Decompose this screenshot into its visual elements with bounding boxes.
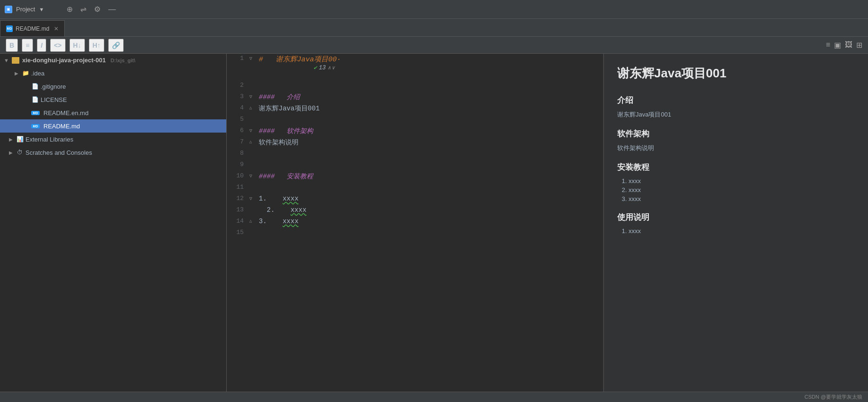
underline-xxxx-2: xxxx: [290, 206, 306, 214]
code-line-3: 3 ▽ #### 介绍: [227, 92, 603, 103]
code-button[interactable]: <>: [50, 39, 65, 52]
scratches-arrow[interactable]: ▶: [8, 150, 14, 155]
sidebar-item-readme[interactable]: MD README.md: [0, 119, 226, 133]
line-arrow-10[interactable]: ▽: [249, 171, 257, 179]
project-dropdown-arrow[interactable]: ▼: [39, 7, 44, 12]
ext-libs-icon: 📊: [16, 136, 24, 142]
readme-en-md-icon: MD: [31, 111, 40, 115]
code-line-4: 4 △ 谢东辉Java项目001: [227, 103, 603, 115]
tab-readme-md[interactable]: MD README.md ✕: [0, 20, 65, 36]
code-line-8: 8: [227, 149, 603, 160]
sidebar-item-gitignore[interactable]: 📄 .gitignore: [0, 80, 226, 93]
line-arrow-4[interactable]: △: [249, 103, 257, 110]
bold-button[interactable]: B: [6, 39, 18, 52]
status-text: CSDN @要学就学灰太狼: [805, 394, 862, 401]
preview-section-h4-2: 安装教程: [617, 162, 855, 173]
line-arrow-2: [249, 81, 257, 83]
strikethrough-button[interactable]: ≡: [22, 39, 33, 52]
title-bar: ▣ Project ▼ ⊕ ⇌ ⚙ —: [0, 0, 868, 19]
license-icon: 📄: [31, 96, 39, 103]
line-arrow-3[interactable]: ▽: [249, 92, 257, 100]
view-grid-icon[interactable]: ⊞: [856, 41, 862, 50]
tab-close-button[interactable]: ✕: [54, 25, 59, 32]
split-icon[interactable]: ⇌: [80, 5, 86, 14]
preview-section-h4-0: 介绍: [617, 95, 855, 106]
line-num-12: 12: [227, 194, 249, 202]
line-arrow-15: [249, 228, 257, 230]
preview-section-h4-3: 使用说明: [617, 212, 855, 223]
root-path: D:\xjs_git\: [111, 58, 136, 63]
sidebar-item-external-libs[interactable]: ▶ 📊 External Libraries: [0, 133, 226, 146]
line-num-11: 11: [227, 183, 249, 191]
line-content-8: [257, 149, 603, 151]
line-num-5: 5: [227, 115, 249, 123]
title-bar-left: ▣ Project ▼ ⊕ ⇌ ⚙ —: [5, 5, 116, 14]
minimize-icon[interactable]: —: [108, 5, 116, 14]
toolbar-right: ≡ ▣ 🖼 ⊞: [826, 41, 862, 50]
code-line-1: 1 ▽ # 谢东辉Java项目00· ✔ 13 ∧ ∨: [227, 54, 603, 81]
line-content-15: [257, 228, 603, 230]
h-down-button[interactable]: H↓: [69, 39, 85, 52]
badge-up-arrow[interactable]: ∧: [328, 65, 331, 71]
line-content-11: [257, 183, 603, 184]
badge-down-arrow[interactable]: ∨: [332, 65, 335, 71]
settings-icon[interactable]: ⚙: [94, 5, 101, 14]
main-content: ▼ xie-donghui-java-project-001 D:\xjs_gi…: [0, 54, 868, 392]
line-arrow-5: [249, 115, 257, 117]
ext-libs-arrow[interactable]: ▶: [8, 137, 14, 142]
code-line-6: 6 ▽ #### 软件架构: [227, 126, 603, 137]
underline-xxxx-1: xxxx: [282, 195, 298, 202]
italic-button[interactable]: I: [37, 39, 46, 52]
line-content-3: #### 介绍: [257, 92, 603, 102]
preview-install-item-1: xxxx: [629, 177, 855, 184]
view-list-icon[interactable]: ≡: [826, 41, 830, 50]
view-preview-icon[interactable]: 🖼: [845, 41, 852, 50]
line-arrow-12[interactable]: ▽: [249, 194, 257, 201]
license-label: LICENSE: [41, 96, 222, 103]
line-arrow-1[interactable]: ▽: [249, 54, 257, 61]
badge-1: ✔ 13 ∧ ∨: [314, 64, 335, 71]
sidebar-item-scratches[interactable]: ▶ ⏱ Scratches and Consoles: [0, 146, 226, 159]
line-num-1: 1: [227, 54, 249, 62]
idea-expand-arrow[interactable]: ▶: [13, 71, 20, 76]
sidebar-root: ▼ xie-donghui-java-project-001 D:\xjs_gi…: [0, 54, 226, 67]
line-num-14: 14: [227, 217, 249, 225]
readme-en-label: README.en.md: [43, 109, 222, 117]
line-arrow-7[interactable]: △: [249, 137, 257, 144]
scratches-label: Scratches and Consoles: [26, 149, 222, 156]
h-up-button[interactable]: H↑: [89, 39, 104, 52]
view-split-icon[interactable]: ▣: [834, 41, 841, 50]
preview-usage-list: xxxx: [617, 227, 855, 234]
editor-area: 1 ▽ # 谢东辉Java项目00· ✔ 13 ∧ ∨: [227, 54, 868, 392]
code-line-13: 13 2. xxxx: [227, 205, 603, 217]
code-line-12: 12 ▽ 1. xxxx: [227, 194, 603, 205]
line-num-6: 6: [227, 126, 249, 134]
code-line-2: 2: [227, 81, 603, 92]
line-arrow-14[interactable]: △: [249, 217, 257, 224]
preview-install-list: xxxx xxxx xxxx: [617, 177, 855, 202]
code-line-7: 7 △ 软件架构说明: [227, 137, 603, 149]
line-num-2: 2: [227, 81, 249, 89]
badge-count: 13: [319, 65, 325, 71]
code-editor[interactable]: 1 ▽ # 谢东辉Java项目00· ✔ 13 ∧ ∨: [227, 54, 604, 392]
line-num-10: 10: [227, 171, 249, 179]
sidebar-item-idea[interactable]: ▶ 📁 .idea: [0, 67, 226, 80]
title-bar-icons: ⊕ ⇌ ⚙ —: [67, 5, 116, 14]
scratches-icon: ⏱: [16, 149, 24, 156]
underline-xxxx-3: xxxx: [282, 218, 298, 225]
line-arrow-8: [249, 149, 257, 151]
project-icon: ▣: [5, 6, 12, 13]
line-arrow-6[interactable]: ▽: [249, 126, 257, 134]
sidebar-item-readme-en[interactable]: MD README.en.md: [0, 106, 226, 119]
root-expand-arrow[interactable]: ▼: [4, 58, 9, 63]
line-num-4: 4: [227, 103, 249, 111]
add-file-icon[interactable]: ⊕: [67, 5, 73, 14]
preview-h1: 谢东辉Java项目001: [617, 65, 855, 85]
code-line-11: 11: [227, 183, 603, 194]
toolbar: B ≡ I <> H↓ H↑ 🔗 ≡ ▣ 🖼 ⊞: [0, 37, 868, 54]
preview-section-text-0: 谢东辉Java项目001: [617, 110, 855, 119]
line-content-6: #### 软件架构: [257, 126, 603, 136]
link-button[interactable]: 🔗: [108, 39, 124, 52]
sidebar-item-license[interactable]: 📄 LICENSE: [0, 93, 226, 106]
preview-usage-item-1: xxxx: [629, 227, 855, 234]
